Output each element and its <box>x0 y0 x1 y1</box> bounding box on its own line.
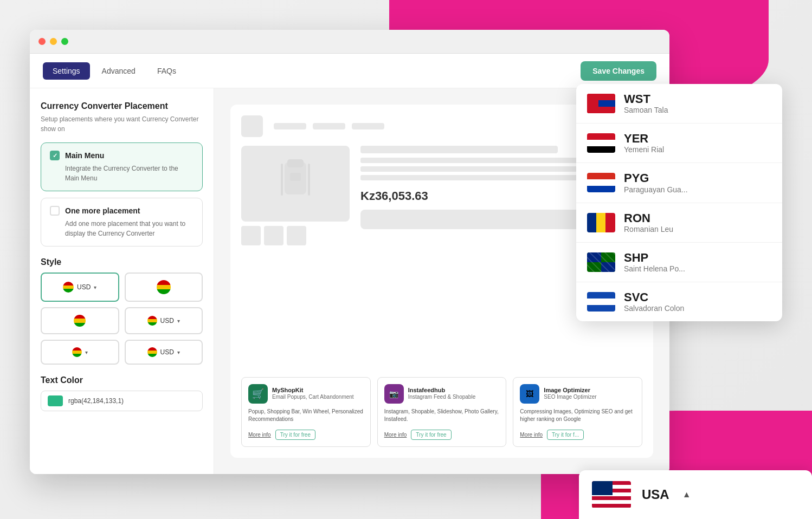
venezuela-flag-3 <box>74 315 86 327</box>
svg-rect-2 <box>290 173 301 181</box>
placement-header-main-menu: Main Menu <box>50 151 194 160</box>
style-item-6[interactable]: USD ▾ <box>125 340 203 365</box>
app-header: Settings Advanced FAQs Save Changes <box>30 54 669 88</box>
placement-card-main-menu[interactable]: Main Menu Integrate the Currency Convert… <box>41 142 203 191</box>
app-card-header-image-optimizer: 🖼 Image Optimizer SEO Image Optimizer <box>520 384 635 404</box>
yer-currency-info: YER Yemeni Rial <box>624 132 664 154</box>
placement-section-title: Currency Converter Placement <box>41 101 203 111</box>
placement-header-one-more: One more placement <box>50 206 194 216</box>
placement-desc-one-more: Add one more placement that you want to … <box>50 219 194 238</box>
traffic-light-red[interactable] <box>38 38 46 45</box>
shp-flag <box>587 252 615 272</box>
instafeedhub-title: Instafeedhub <box>408 387 476 393</box>
color-swatch <box>48 395 63 406</box>
sidebar: Currency Converter Placement Setup place… <box>30 88 214 474</box>
usa-bar[interactable]: USA ▲ <box>579 470 812 519</box>
image-optimizer-more-info[interactable]: More info <box>520 430 543 440</box>
venezuela-flag-1 <box>63 282 74 293</box>
instafeedhub-icon: 📷 <box>384 384 404 404</box>
placement-card-one-more[interactable]: One more placement Add one more placemen… <box>41 198 203 246</box>
shop-nav-placeholders <box>274 123 575 129</box>
traffic-light-yellow[interactable] <box>50 38 57 45</box>
app-card-image-optimizer: 🖼 Image Optimizer SEO Image Optimizer Co… <box>513 377 642 447</box>
instafeedhub-more-info[interactable]: More info <box>384 430 407 440</box>
product-thumb-3 <box>287 226 306 245</box>
product-image-main <box>241 146 350 222</box>
image-optimizer-footer: More info Try it for f... <box>520 430 635 440</box>
myshopkit-title: MyShopKit <box>272 387 354 393</box>
image-optimizer-tagline: SEO Image Optimizer <box>544 393 596 401</box>
currency-item-pyg[interactable]: PYG Paraguayan Gua... <box>576 163 782 203</box>
currency-item-svc[interactable]: SVC Salvadoran Colon <box>576 282 782 321</box>
chevron-down-5: ▾ <box>85 349 88 355</box>
placement-section-desc: Setup placements where you want Currency… <box>41 114 203 134</box>
flag-dropdown-style-4: USD ▾ <box>147 316 180 326</box>
style-currency-label-4: USD <box>160 317 174 325</box>
chevron-up-icon: ▲ <box>682 490 691 499</box>
instafeedhub-tagline: Instagram Feed & Shopable <box>408 393 476 401</box>
style-item-3[interactable] <box>41 307 119 334</box>
pyg-currency-info: PYG Paraguayan Gua... <box>624 172 688 193</box>
instafeedhub-text: Instafeedhub Instagram Feed & Shopable <box>408 387 476 401</box>
color-value-text: rgba(42,184,133,1) <box>68 397 124 405</box>
instafeedhub-desc: Instagram, Shopable, Slideshow, Photo Ga… <box>384 408 500 423</box>
style-item-4[interactable]: USD ▾ <box>125 307 203 334</box>
style-section-title: Style <box>41 257 203 267</box>
instafeedhub-try-btn[interactable]: Try it for free <box>411 430 451 440</box>
pyg-flag <box>587 173 615 192</box>
nav-placeholder-1 <box>274 123 306 129</box>
currency-item-yer[interactable]: YER Yemeni Rial <box>576 124 782 163</box>
myshopkit-try-btn[interactable]: Try it for free <box>275 430 315 440</box>
nav-placeholder-2 <box>313 123 345 129</box>
tab-advanced[interactable]: Advanced <box>92 62 145 80</box>
product-thumb-1 <box>241 226 261 245</box>
venezuela-flag-4 <box>147 316 157 326</box>
image-optimizer-try-btn[interactable]: Try it for f... <box>547 430 584 440</box>
style-item-2[interactable] <box>125 273 203 302</box>
product-thumbs <box>241 226 350 245</box>
venezuela-flag-5 <box>72 347 82 357</box>
chevron-down-6: ▾ <box>177 349 180 355</box>
chevron-down-4: ▾ <box>177 318 180 324</box>
currency-dropdown[interactable]: WST Samoan Tala YER Yemeni Rial PYG Para… <box>576 84 782 321</box>
style-grid: USD ▾ USD ▾ <box>41 273 203 365</box>
myshopkit-desc: Popup, Shopping Bar, Win Wheel, Personal… <box>248 408 364 423</box>
image-optimizer-icon: 🖼 <box>520 384 539 404</box>
placement-checkbox-one-more[interactable] <box>50 206 60 216</box>
tab-faqs[interactable]: FAQs <box>147 62 186 80</box>
svc-flag <box>587 292 615 312</box>
tab-settings[interactable]: Settings <box>43 62 90 80</box>
product-title-placeholder <box>360 146 558 153</box>
desc-line-3 <box>360 175 600 180</box>
usa-country-label: USA <box>642 487 669 502</box>
currency-item-ron[interactable]: RON Romanian Leu <box>576 203 782 243</box>
browser-window: Settings Advanced FAQs Save Changes Curr… <box>30 30 669 474</box>
venezuela-flag-2 <box>157 280 171 294</box>
nav-placeholder-3 <box>352 123 384 129</box>
myshopkit-tagline: Email Popups, Cart Abandonment <box>272 393 354 401</box>
main-content: Currency Converter Placement Setup place… <box>30 88 669 474</box>
style-item-1[interactable]: USD ▾ <box>41 273 119 302</box>
app-card-header-myshopkit: 🛒 MyShopKit Email Popups, Cart Abandonme… <box>248 384 364 404</box>
currency-item-shp[interactable]: SHP Saint Helena Po... <box>576 243 782 282</box>
color-input-row[interactable]: rgba(42,184,133,1) <box>41 391 203 411</box>
currency-item-wst[interactable]: WST Samoan Tala <box>576 84 782 124</box>
flag-dropdown-style-6: USD ▾ <box>147 347 180 357</box>
wst-name: Samoan Tala <box>624 106 668 114</box>
shp-currency-info: SHP Saint Helena Po... <box>624 251 685 273</box>
placement-checkbox-main-menu[interactable] <box>50 151 60 160</box>
image-optimizer-desc: Compressing Images, Optimizing SEO and g… <box>520 408 635 423</box>
wst-flag <box>587 94 615 113</box>
flag-dropdown-style-5: ▾ <box>72 347 88 357</box>
myshopkit-more-info[interactable]: More info <box>248 430 271 440</box>
shp-name: Saint Helena Po... <box>624 264 685 273</box>
save-changes-button[interactable]: Save Changes <box>581 61 656 81</box>
style-item-5[interactable]: ▾ <box>41 340 119 365</box>
instafeedhub-footer: More info Try it for free <box>384 430 500 440</box>
product-thumb-2 <box>264 226 283 245</box>
traffic-light-green[interactable] <box>61 38 68 45</box>
tabs-nav: Settings Advanced FAQs <box>43 62 186 80</box>
usa-flag-stripes <box>592 481 631 508</box>
style-section: Style USD ▾ <box>41 257 203 365</box>
yer-code: YER <box>624 132 664 145</box>
